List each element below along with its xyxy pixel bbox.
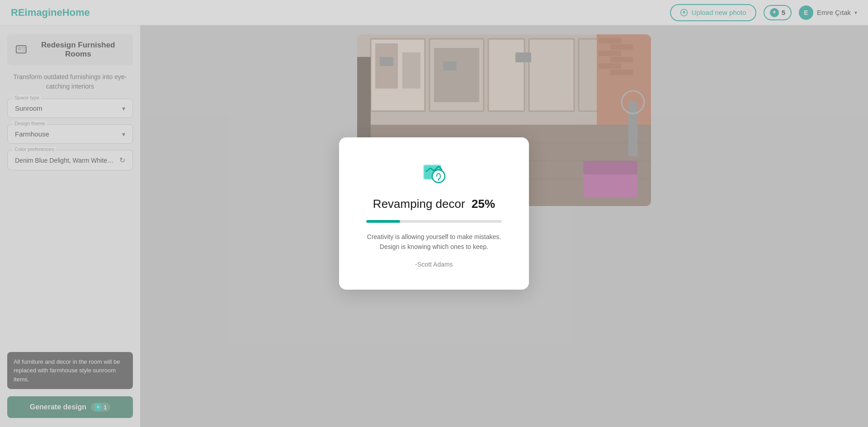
modal-title: Revamping decor 25%	[373, 197, 495, 211]
modal-overlay: Revamping decor 25% Creativity is allowi…	[0, 0, 868, 427]
modal-title-prefix: Revamping decor	[373, 197, 465, 211]
progress-bar-track	[366, 220, 502, 223]
modal-progress-text: 25%	[472, 197, 495, 211]
progress-bar-fill	[366, 220, 400, 223]
modal-icon	[420, 159, 448, 188]
loading-modal: Revamping decor 25% Creativity is allowi…	[339, 137, 529, 290]
svg-point-42	[432, 170, 445, 183]
svg-point-43	[438, 179, 439, 180]
modal-author: -Scott Adams	[415, 261, 453, 268]
modal-quote: Creativity is allowing yourself to make …	[366, 232, 502, 252]
